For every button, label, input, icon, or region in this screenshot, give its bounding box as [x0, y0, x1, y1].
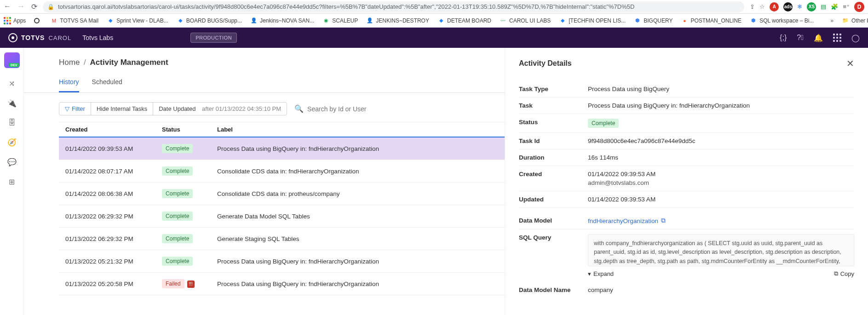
cell-status: Complete — [162, 189, 217, 198]
expand-button[interactable]: ▾Expand — [588, 270, 614, 277]
close-icon[interactable]: ✕ — [846, 58, 854, 69]
status-badge: Complete — [162, 257, 193, 266]
shuffle-icon[interactable]: ⤨ — [7, 79, 17, 88]
ext-sheets-icon[interactable]: ▤ — [821, 3, 826, 10]
table-row[interactable]: 01/13/2022 06:29:32 PMCompleteGenerate D… — [59, 205, 505, 228]
table-row[interactable]: 01/13/2022 05:21:32 PMCompleteProcess Da… — [59, 250, 505, 273]
ext-snowflake-icon[interactable]: ❄ — [797, 3, 802, 10]
bm-label: Other bookma — [851, 17, 868, 24]
star-icon[interactable]: ☆ — [759, 3, 765, 10]
cell-label: Consolidate CDS data in: fndHierarchyOrg… — [217, 168, 498, 175]
date-updated-chip[interactable]: Date Updated after 01/13/2022 04:35:10 P… — [153, 103, 287, 115]
profile-avatar[interactable]: D — [854, 2, 864, 12]
bookmark-item[interactable]: ◆DETEAM BOARD — [437, 17, 491, 24]
reload-icon[interactable]: ⟳ — [31, 2, 37, 11]
database-icon[interactable]: 🗄 — [7, 119, 17, 127]
bookmark-item[interactable]: 👤JENKINS~DESTROY — [366, 17, 429, 24]
forward-icon[interactable]: → — [17, 2, 25, 11]
th-label[interactable]: Label — [217, 126, 498, 133]
bookmark-item[interactable]: 〰CAROL UI LABS — [500, 17, 551, 24]
table-row[interactable]: 01/14/2022 08:07:17 AMCompleteConsolidat… — [59, 160, 505, 183]
bookmark-item[interactable]: ◆BOARD BUGS/Supp... — [177, 17, 242, 24]
tab-history[interactable]: History — [59, 78, 79, 92]
bookmark-item[interactable]: ◆Sprint View - DLAB... — [107, 17, 168, 24]
lab-name[interactable]: Totvs Labs — [82, 34, 113, 41]
search-input[interactable] — [307, 105, 495, 113]
warn-icon: !!! — [187, 281, 195, 288]
jira-icon: ◆ — [437, 17, 445, 24]
hide-internal-chip[interactable]: Hide Internal Tasks — [91, 103, 153, 115]
chip-value: after 01/13/2022 04:35:10 PM — [202, 105, 281, 112]
table-header: Created Status Label — [59, 122, 505, 137]
share-icon[interactable]: ⇪ — [750, 3, 755, 10]
apps-button[interactable]: Apps — [4, 17, 26, 24]
brand[interactable]: TOTVS CAROL — [8, 33, 71, 42]
bm-label: SCALEUP — [332, 17, 358, 24]
apps-menu-icon[interactable] — [833, 34, 841, 42]
brand-name: TOTVS — [21, 34, 45, 41]
bookmark-item[interactable]: ⬢SQL workspace – Bi... — [750, 17, 814, 24]
back-icon[interactable]: ← — [4, 2, 11, 11]
bell-icon[interactable]: 🔔 — [814, 34, 823, 42]
bm-label: SQL workspace – Bi... — [759, 17, 814, 24]
bookmark-item[interactable]: ⬢BIGQUERY — [634, 17, 673, 24]
bookmark-item[interactable]: ◆[TECHFIN OPEN LIS... — [559, 17, 626, 24]
breadcrumb-current: Activity Management — [90, 58, 168, 67]
funnel-icon: ▽ — [65, 105, 69, 112]
tab-scheduled[interactable]: Scheduled — [92, 78, 122, 92]
bookmark-item[interactable]: MTOTVS SA Mail — [50, 17, 98, 24]
bookmark-item[interactable]: 👤Jenkins~NOVA SAN... — [250, 17, 314, 24]
cell-created: 01/13/2022 05:20:58 PM — [65, 281, 162, 287]
th-status[interactable]: Status — [162, 126, 217, 133]
bookmarks-bar: Apps MTOTVS SA Mail ◆Sprint View - DLAB.… — [0, 14, 868, 28]
table-row[interactable]: 01/14/2022 09:39:53 AMCompleteProcess Da… — [59, 137, 505, 160]
user-icon[interactable]: ◯ — [851, 34, 860, 42]
cell-status: Complete — [162, 257, 217, 266]
code-icon[interactable]: {;} — [780, 34, 787, 42]
jira-icon: ◆ — [559, 17, 566, 24]
chevron-down-icon: ▾ — [588, 270, 591, 277]
table-body: 01/14/2022 09:39:53 AMCompleteProcess Da… — [59, 137, 505, 295]
th-created[interactable]: Created — [65, 126, 162, 133]
bm-label: BIGQUERY — [644, 17, 673, 24]
copy-button[interactable]: ⧉Copy — [834, 270, 854, 277]
url-text: totvsartorias.qarol.ai/totvslabsartorias… — [58, 3, 634, 10]
url-bar[interactable]: 🔒 totvsartorias.qarol.ai/totvslabsartori… — [43, 1, 744, 12]
bookmark-item[interactable]: ◉SCALEUP — [322, 17, 358, 24]
dv-task: Process Data using BigQuery in: fndHiera… — [588, 102, 854, 109]
bookmarks-overflow-icon[interactable]: » — [830, 17, 834, 24]
cell-created: 01/13/2022 05:21:32 PM — [65, 258, 162, 265]
nav-arrows: ← → ⟳ — [4, 2, 37, 11]
chip-text: Hide Internal Tasks — [97, 105, 147, 112]
table-row[interactable]: 01/13/2022 06:29:32 PMCompleteGenerate S… — [59, 228, 505, 250]
extensions-icon[interactable]: 🧩 — [831, 3, 838, 10]
folder-icon: 📁 — [842, 17, 849, 24]
ext-ads-icon[interactable]: ads — [783, 2, 793, 11]
other-bookmarks[interactable]: 📁Other bookma — [842, 17, 868, 24]
table-row[interactable]: 01/13/2022 05:20:58 PMFailed!!!Process D… — [59, 273, 505, 295]
jenkins-icon: 👤 — [250, 17, 258, 24]
bm-label: JENKINS~DESTROY — [376, 17, 429, 24]
reading-list-icon[interactable]: ≡⁺ — [843, 3, 850, 10]
filter-button[interactable]: ▽ Filter — [59, 103, 91, 115]
chat-icon[interactable]: 💬 — [7, 158, 17, 166]
help-icon[interactable]: ?⃝ — [797, 34, 804, 42]
ext-xs-icon[interactable]: XS — [807, 2, 816, 11]
browser-toolbar: ← → ⟳ 🔒 totvsartorias.qarol.ai/totvslabs… — [0, 0, 868, 14]
ext-abp-icon[interactable]: A — [770, 2, 779, 11]
postman-icon: ● — [681, 17, 688, 24]
search-icon: 🔍 — [294, 104, 304, 113]
cell-label: Process Data using BigQuery in: fndHiera… — [217, 145, 498, 152]
bookmark-item[interactable]: ●POSTMAN_ONLINE — [681, 17, 742, 24]
data-model-link[interactable]: fndHierarchyOrganization⧉ — [588, 217, 666, 224]
bookmark-item[interactable] — [34, 18, 42, 23]
details-title: Activity Details — [519, 59, 572, 68]
grid-icon[interactable]: ⊞ — [7, 178, 17, 186]
cell-label: Process Data using BigQuery in: fndHiera… — [217, 258, 498, 265]
table-row[interactable]: 01/14/2022 08:06:38 AMCompleteConsolidat… — [59, 183, 505, 205]
breadcrumb-home[interactable]: Home — [59, 58, 80, 67]
dl-dmname: Data Model Name — [519, 286, 588, 293]
explore-icon[interactable]: 🧭 — [7, 138, 17, 147]
plug-icon[interactable]: 🔌 — [7, 99, 17, 108]
rail-app-logo[interactable]: DEV — [4, 52, 20, 68]
